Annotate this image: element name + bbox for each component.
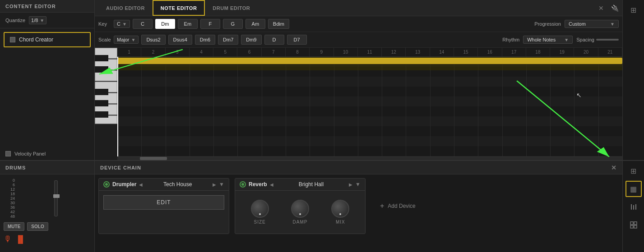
drum-bars-icon: ▐▌ — [15, 235, 26, 243]
grid-num-18: 18 — [526, 48, 550, 56]
progression-value: Custom — [569, 21, 586, 27]
device-chain-title: DEVICE CHAIN — [100, 165, 141, 170]
chord-btn-Bdim[interactable]: Bdim — [268, 19, 289, 29]
scale-dropdown-arrow: ▼ — [131, 37, 136, 42]
velocity-checkbox[interactable] — [5, 151, 11, 156]
chord-btn-D7[interactable]: D7 — [287, 35, 307, 45]
rhythm-dropdown-arrow: ▼ — [564, 37, 569, 42]
progression-select[interactable]: Custom ▼ — [565, 20, 619, 28]
chord-creator-checkbox[interactable] — [10, 37, 15, 42]
svg-rect-17 — [633, 205, 634, 210]
chord-btn-G[interactable]: G — [223, 19, 243, 29]
solo-button[interactable]: SOLO — [27, 222, 48, 231]
right-sidebar-top: ⊞ — [622, 0, 644, 160]
chord-btn-C[interactable]: C — [133, 19, 153, 29]
expand-grid-icon[interactable] — [625, 217, 642, 233]
spacing-slider[interactable] — [596, 39, 619, 41]
piano-roll-grid[interactable]: ↖ — [117, 57, 622, 156]
drumpler-dropdown-arrow[interactable]: ▼ — [219, 181, 224, 188]
chord-btn-Dsus4[interactable]: Dsus4 — [168, 35, 192, 45]
reverb-power-button[interactable] — [240, 181, 246, 188]
tab-audio-editor[interactable]: AUDIO EDITOR — [98, 0, 153, 16]
chord-btn-D[interactable]: D — [264, 35, 284, 45]
svg-rect-22 — [634, 225, 637, 228]
drumpler-edit-button[interactable]: EDIT — [103, 195, 224, 210]
close-button[interactable]: ✕ — [595, 3, 607, 14]
reverb-name: Reverb — [249, 181, 267, 188]
chord-btn-Dm[interactable]: Dm — [155, 19, 175, 29]
svg-rect-7 — [95, 55, 108, 61]
grid-num-6: 6 — [237, 48, 261, 56]
tab-drum-editor[interactable]: DRUM EDITOR — [205, 0, 258, 16]
reverb-preset: Bright Hall — [276, 181, 346, 188]
reverb-nav-right[interactable]: ▶ — [349, 182, 352, 187]
reverb-dropdown-arrow[interactable]: ▼ — [355, 181, 361, 188]
quantize-row: Quantize 1/8 ▼ — [0, 13, 94, 28]
piano-roll-area: 1 2 3 4 5 6 7 8 9 10 11 12 13 14 — [95, 48, 622, 160]
device-chain-panel: DEVICE CHAIN ✕ Drumpler ◀ Tech House ▶ ▼ — [95, 161, 622, 252]
chord-btn-Dm9[interactable]: Dm9 — [241, 35, 261, 45]
reverb-device: Reverb ◀ Bright Hall ▶ ▼ SIZE — [235, 178, 366, 234]
chord-btn-Dsus2[interactable]: Dsus2 — [141, 35, 165, 45]
spacing-label: Spacing — [576, 37, 594, 42]
reverb-nav-left[interactable]: ◀ — [270, 182, 273, 187]
chord-btn-Dm6[interactable]: Dm6 — [195, 35, 215, 45]
grid-num-12: 12 — [382, 48, 406, 56]
drumpler-power-button[interactable] — [103, 181, 110, 188]
drumpler-nav-right[interactable]: ▶ — [213, 182, 216, 187]
grid-num-9: 9 — [310, 48, 334, 56]
volume-fader[interactable] — [54, 180, 58, 216]
size-knob[interactable] — [251, 200, 269, 218]
device-view-icon[interactable]: ▦ — [625, 181, 642, 197]
piano-keys — [95, 48, 117, 115]
chord-btn-Am[interactable]: Am — [246, 19, 265, 29]
editor-panel: AUDIO EDITOR NOTE EDITOR DRUM EDITOR ✕ 🔌… — [95, 0, 622, 160]
scale-value: Major — [117, 37, 130, 42]
drums-fader-row: 0612182430364248 — [4, 178, 91, 219]
mix-knob-container: MIX — [331, 200, 349, 225]
svg-rect-19 — [630, 222, 633, 225]
chord-btn-Em[interactable]: Em — [178, 19, 198, 29]
scrollbar-thumb[interactable] — [140, 157, 167, 160]
left-panel: CONTENT EDITOR Quantize 1/8 ▼ Chord Crea… — [0, 0, 95, 160]
mute-solo-row: MUTE SOLO — [4, 222, 91, 231]
device-chain-close-button[interactable]: ✕ — [611, 164, 617, 171]
rhythm-value: Whole Notes — [527, 37, 556, 42]
damp-knob-label: DAMP — [293, 220, 308, 225]
svg-rect-8 — [95, 66, 108, 73]
grid-num-3: 3 — [166, 48, 190, 56]
mute-button[interactable]: MUTE — [4, 222, 24, 231]
quantize-select[interactable]: 1/8 ▼ — [29, 16, 46, 24]
add-device-area[interactable]: + Add Device — [371, 178, 425, 234]
add-device-label: Add Device — [388, 203, 415, 209]
expand-icon[interactable]: ⊞ — [625, 2, 642, 18]
key-label: Key — [98, 21, 111, 27]
quantize-dropdown-arrow: ▼ — [40, 18, 44, 23]
mix-knob[interactable] — [331, 200, 349, 218]
velocity-label: Velocity Panel — [14, 151, 46, 156]
content-editor-header: CONTENT EDITOR — [0, 0, 94, 13]
chord-creator-row[interactable]: Chord Creator — [4, 32, 91, 47]
microphone-icon: 🎙 — [4, 234, 12, 244]
horizontal-scrollbar[interactable] — [117, 156, 622, 160]
rhythm-select[interactable]: Whole Notes ▼ — [523, 36, 573, 44]
grid-num-2: 2 — [141, 48, 165, 56]
grid-layout-icon[interactable]: ⊞ — [625, 163, 642, 179]
drums-panel: DRUMS 0612182430364248 MUTE SOLO 🎙 ▐▌ — [0, 161, 95, 252]
grid-num-15: 15 — [454, 48, 478, 56]
plugin-icon[interactable]: 🔌 — [611, 5, 619, 12]
scale-row: Scale Major ▼ Dsus2 Dsus4 Dm6 Dm7 Dm9 D … — [95, 32, 622, 48]
damp-knob[interactable] — [291, 200, 309, 218]
grid-num-11: 11 — [358, 48, 382, 56]
cursor-arrow-icon: ↖ — [576, 92, 582, 99]
chord-btn-F[interactable]: F — [200, 19, 220, 29]
grid-num-7: 7 — [262, 48, 286, 56]
scale-select[interactable]: Major ▼ — [114, 36, 139, 44]
tab-note-editor[interactable]: NOTE EDITOR — [153, 0, 205, 16]
grid-num-8: 8 — [286, 48, 310, 56]
mixer-view-icon[interactable] — [625, 199, 642, 215]
chord-btn-Dm7[interactable]: Dm7 — [218, 35, 238, 45]
quantize-value: 1/8 — [31, 18, 38, 23]
drumpler-nav-left[interactable]: ◀ — [139, 182, 143, 187]
key-select[interactable]: C ▼ — [114, 20, 130, 28]
